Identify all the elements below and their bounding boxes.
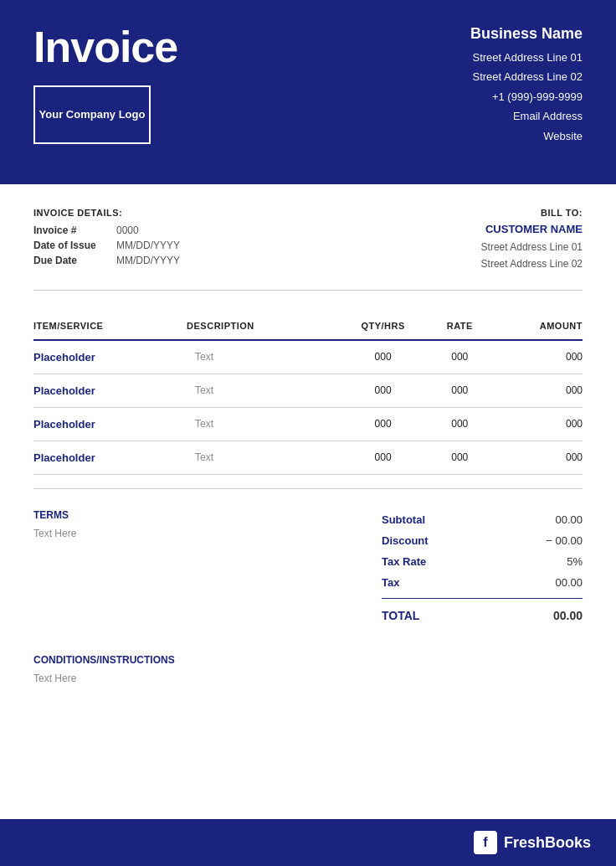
terms-title: TERMS [33, 509, 357, 521]
row-item-3: Placeholder [33, 441, 187, 474]
bill-to: BILL TO: CUSTOMER NAME Street Address Li… [308, 208, 583, 273]
total-label: TOTAL [382, 609, 419, 622]
table-row: Placeholder Text 000 000 000 [33, 374, 583, 407]
invoice-number-value: 0000 [116, 224, 139, 236]
row-qty-2: 000 [335, 407, 431, 441]
customer-address2: Street Address Line 02 [308, 255, 583, 272]
row-desc-3: Text [187, 441, 335, 474]
conditions-title: CONDITIONS/INSTRUCTIONS [33, 654, 583, 666]
conditions-text: Text Here [33, 673, 583, 684]
row-qty-3: 000 [335, 441, 431, 474]
discount-row: Discount − 00.00 [382, 530, 583, 551]
issue-date-label: Date of Issue [33, 240, 105, 251]
table-row: Placeholder Text 000 000 000 [33, 441, 583, 474]
table-row: Placeholder Text 000 000 000 [33, 407, 583, 441]
conditions-section: CONDITIONS/INSTRUCTIONS Text Here [0, 641, 616, 701]
details-section: INVOICE DETAILS: Invoice # 0000 Date of … [0, 184, 616, 290]
invoice-table: ITEM/SERVICE DESCRIPTION QTY/HRS RATE AM… [33, 314, 583, 475]
subtotal-value: 00.00 [555, 513, 583, 526]
row-amount-2: 000 [488, 407, 583, 441]
due-date-value: MM/DD/YYYY [116, 255, 180, 266]
due-date-label: Due Date [33, 255, 105, 266]
header-right: Business Name Street Address Line 01 Str… [470, 25, 583, 146]
table-body: Placeholder Text 000 000 000 Placeholder… [33, 340, 583, 475]
subtotal-row: Subtotal 00.00 [382, 509, 583, 530]
freshbooks-icon-letter: f [483, 835, 487, 850]
issue-date-value: MM/DD/YYYY [116, 240, 180, 251]
row-rate-0: 000 [431, 340, 488, 374]
total-final-row: TOTAL 00.00 [382, 604, 583, 627]
business-info: Street Address Line 01 Street Address Li… [470, 48, 583, 146]
table-header: ITEM/SERVICE DESCRIPTION QTY/HRS RATE AM… [33, 314, 583, 340]
logo-text: Your Company Logo [39, 107, 146, 122]
row-item-2: Placeholder [33, 407, 187, 441]
discount-value: − 00.00 [546, 534, 583, 547]
taxrate-value: 5% [567, 555, 583, 568]
issue-date-row: Date of Issue MM/DD/YYYY [33, 240, 308, 251]
invoice-details-title: INVOICE DETAILS: [33, 208, 308, 218]
row-desc-2: Text [187, 407, 335, 441]
bill-to-title: BILL TO: [308, 208, 583, 218]
freshbooks-icon: f [474, 831, 497, 854]
customer-address: Street Address Line 01 Street Address Li… [308, 239, 583, 273]
row-item-1: Placeholder [33, 374, 187, 407]
freshbooks-brand: FreshBooks [504, 834, 591, 852]
logo-box: Your Company Logo [33, 85, 151, 144]
business-website: Website [470, 126, 583, 146]
row-rate-1: 000 [431, 374, 488, 407]
header-left: Invoice Your Company Logo [33, 25, 177, 144]
col-header-qty: QTY/HRS [335, 314, 431, 340]
subtotal-label: Subtotal [382, 513, 425, 526]
footer: f FreshBooks [0, 819, 616, 866]
row-amount-1: 000 [488, 374, 583, 407]
table-section: ITEM/SERVICE DESCRIPTION QTY/HRS RATE AM… [0, 291, 616, 488]
col-header-description: DESCRIPTION [187, 314, 335, 340]
header: Invoice Your Company Logo Business Name … [0, 0, 616, 184]
business-name: Business Name [470, 25, 583, 43]
invoice-number-row: Invoice # 0000 [33, 224, 308, 236]
business-address2: Street Address Line 02 [470, 67, 583, 86]
customer-name: CUSTOMER NAME [308, 223, 583, 235]
bottom-section: TERMS Text Here Subtotal 00.00 Discount … [0, 489, 616, 641]
terms-section: TERMS Text Here [33, 509, 382, 539]
taxrate-label: Tax Rate [382, 555, 426, 568]
discount-label: Discount [382, 534, 429, 547]
row-rate-2: 000 [431, 407, 488, 441]
col-header-amount: AMOUNT [488, 314, 583, 340]
taxrate-row: Tax Rate 5% [382, 551, 583, 572]
invoice-number-label: Invoice # [33, 224, 105, 236]
row-amount-0: 000 [488, 340, 583, 374]
row-qty-1: 000 [335, 374, 431, 407]
business-email: Email Address [470, 106, 583, 126]
row-qty-0: 000 [335, 340, 431, 374]
row-desc-1: Text [187, 374, 335, 407]
business-address1: Street Address Line 01 [470, 48, 583, 67]
row-desc-0: Text [187, 340, 335, 374]
row-item-0: Placeholder [33, 340, 187, 374]
row-amount-3: 000 [488, 441, 583, 474]
col-header-item: ITEM/SERVICE [33, 314, 187, 340]
totals-section: Subtotal 00.00 Discount − 00.00 Tax Rate… [382, 509, 583, 627]
tax-row: Tax 00.00 [382, 572, 583, 593]
table-row: Placeholder Text 000 000 000 [33, 340, 583, 374]
terms-text: Text Here [33, 528, 357, 539]
tax-value: 00.00 [555, 576, 583, 589]
row-rate-3: 000 [431, 441, 488, 474]
business-phone: +1 (999)-999-9999 [470, 87, 583, 106]
total-divider [382, 598, 583, 599]
due-date-row: Due Date MM/DD/YYYY [33, 255, 308, 266]
total-value: 00.00 [553, 609, 583, 622]
customer-address1: Street Address Line 01 [308, 239, 583, 255]
invoice-title: Invoice [33, 25, 177, 69]
freshbooks-logo: f FreshBooks [474, 831, 591, 854]
tax-label: Tax [382, 576, 399, 589]
col-header-rate: RATE [431, 314, 488, 340]
invoice-details: INVOICE DETAILS: Invoice # 0000 Date of … [33, 208, 308, 270]
